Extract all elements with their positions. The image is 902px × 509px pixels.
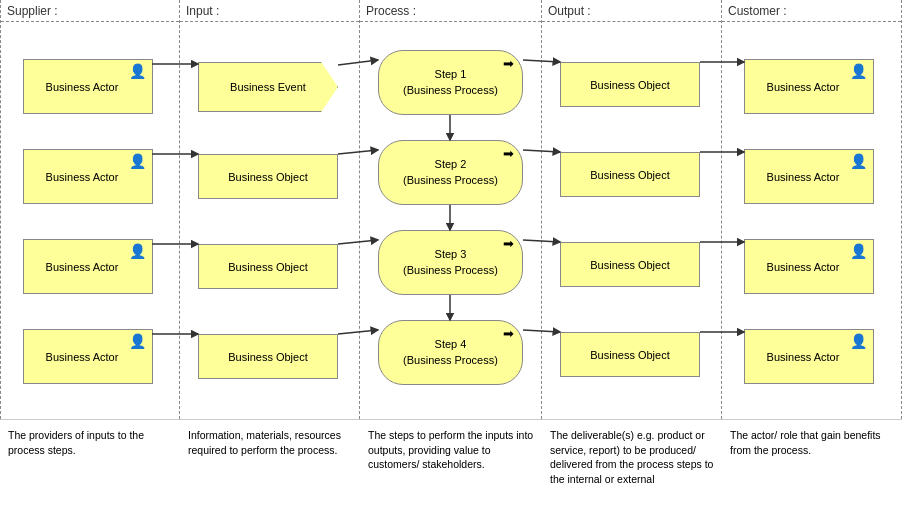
person-icon-3: 👤: [129, 243, 146, 259]
supplier-actor-2-label: Business Actor: [24, 171, 152, 183]
process-arrow-icon-1: ➡: [503, 55, 514, 73]
supplier-actor-3: 👤 Business Actor: [23, 239, 153, 294]
output-object-1-label: Business Object: [590, 79, 669, 91]
desc-supplier-text: The providers of inputs to the process s…: [8, 429, 144, 456]
customer-actor-4-label: Business Actor: [745, 351, 873, 363]
lane-process: Process : ➡ Step 1(Business Process) ➡ S…: [360, 0, 542, 419]
input-object-2: Business Object: [198, 154, 338, 199]
customer-actor-2: 👤 Business Actor: [744, 149, 874, 204]
person-icon-1: 👤: [129, 63, 146, 79]
desc-input-text: Information, materials, resources requir…: [188, 429, 341, 456]
lane-output-body: Business Object Business Object Business…: [542, 22, 721, 419]
person-icon-2: 👤: [129, 153, 146, 169]
output-object-4-label: Business Object: [590, 349, 669, 361]
input-event-1: Business Event: [198, 62, 338, 112]
lane-supplier: Supplier : 👤 Business Actor 👤 Business A…: [0, 0, 180, 419]
customer-actor-3-label: Business Actor: [745, 261, 873, 273]
supplier-actor-4-label: Business Actor: [24, 351, 152, 363]
person-icon-c1: 👤: [850, 63, 867, 79]
lane-supplier-body: 👤 Business Actor 👤 Business Actor 👤 Busi…: [1, 22, 179, 419]
process-step-4-label: Step 4(Business Process): [403, 337, 498, 368]
customer-actor-1: 👤 Business Actor: [744, 59, 874, 114]
process-arrow-icon-3: ➡: [503, 235, 514, 253]
input-object-3-label: Business Object: [228, 261, 307, 273]
desc-customer-text: The actor/ role that gain benefits from …: [730, 429, 881, 456]
customer-actor-2-label: Business Actor: [745, 171, 873, 183]
customer-actor-4: 👤 Business Actor: [744, 329, 874, 384]
customer-actor-1-label: Business Actor: [745, 81, 873, 93]
input-object-4-label: Business Object: [228, 351, 307, 363]
supplier-actor-4: 👤 Business Actor: [23, 329, 153, 384]
desc-supplier: The providers of inputs to the process s…: [0, 428, 180, 487]
desc-input: Information, materials, resources requir…: [180, 428, 360, 487]
lane-supplier-header: Supplier :: [1, 0, 179, 22]
person-icon-c2: 👤: [850, 153, 867, 169]
process-step-4: ➡ Step 4(Business Process): [378, 320, 523, 385]
person-icon-4: 👤: [129, 333, 146, 349]
lane-customer-body: 👤 Business Actor 👤 Business Actor 👤 Busi…: [722, 22, 901, 419]
lane-input: Input : Business Event Business Object B…: [180, 0, 360, 419]
desc-process: The steps to perform the inputs into out…: [360, 428, 542, 487]
supplier-actor-2: 👤 Business Actor: [23, 149, 153, 204]
process-arrow-icon-2: ➡: [503, 145, 514, 163]
description-area: The providers of inputs to the process s…: [0, 420, 902, 495]
output-object-4: Business Object: [560, 332, 700, 377]
process-step-2-label: Step 2(Business Process): [403, 157, 498, 188]
input-event-1-label: Business Event: [230, 81, 306, 93]
diagram-area: Supplier : 👤 Business Actor 👤 Business A…: [0, 0, 902, 420]
lane-customer: Customer : 👤 Business Actor 👤 Business A…: [722, 0, 902, 419]
process-arrow-icon-4: ➡: [503, 325, 514, 343]
input-object-2-label: Business Object: [228, 171, 307, 183]
lane-output: Output : Business Object Business Object…: [542, 0, 722, 419]
supplier-actor-1: 👤 Business Actor: [23, 59, 153, 114]
output-object-1: Business Object: [560, 62, 700, 107]
output-object-3: Business Object: [560, 242, 700, 287]
process-step-3: ➡ Step 3(Business Process): [378, 230, 523, 295]
lane-input-body: Business Event Business Object Business …: [180, 22, 359, 419]
person-icon-c3: 👤: [850, 243, 867, 259]
lane-output-header: Output :: [542, 0, 721, 22]
lane-customer-header: Customer :: [722, 0, 901, 22]
process-step-1: ➡ Step 1(Business Process): [378, 50, 523, 115]
output-object-3-label: Business Object: [590, 259, 669, 271]
lane-input-header: Input :: [180, 0, 359, 22]
supplier-actor-3-label: Business Actor: [24, 261, 152, 273]
process-step-1-label: Step 1(Business Process): [403, 67, 498, 98]
lane-process-header: Process :: [360, 0, 541, 22]
desc-output-text: The deliverable(s) e.g. product or servi…: [550, 429, 713, 485]
desc-process-text: The steps to perform the inputs into out…: [368, 429, 533, 470]
output-object-2-label: Business Object: [590, 169, 669, 181]
process-step-3-label: Step 3(Business Process): [403, 247, 498, 278]
lane-process-body: ➡ Step 1(Business Process) ➡ Step 2(Busi…: [360, 22, 541, 419]
output-object-2: Business Object: [560, 152, 700, 197]
desc-output: The deliverable(s) e.g. product or servi…: [542, 428, 722, 487]
input-object-4: Business Object: [198, 334, 338, 379]
supplier-actor-1-label: Business Actor: [24, 81, 152, 93]
desc-customer: The actor/ role that gain benefits from …: [722, 428, 902, 487]
input-object-3: Business Object: [198, 244, 338, 289]
customer-actor-3: 👤 Business Actor: [744, 239, 874, 294]
process-step-2: ➡ Step 2(Business Process): [378, 140, 523, 205]
person-icon-c4: 👤: [850, 333, 867, 349]
